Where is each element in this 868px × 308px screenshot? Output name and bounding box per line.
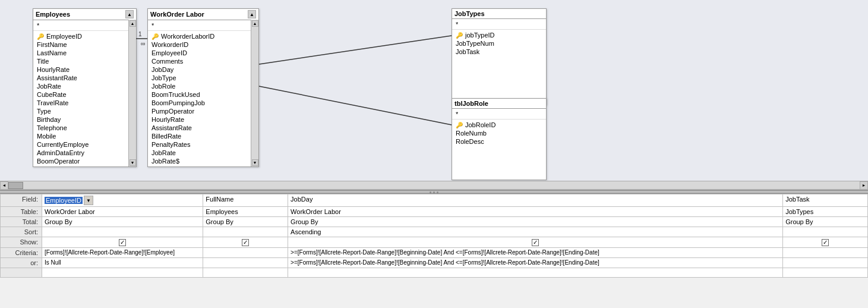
grid-total-groupby3[interactable]: Group By (288, 217, 783, 227)
workorder-ref: WorkOrder Labor (45, 208, 95, 215)
workorder-field-billedrate: BilledRate (148, 132, 258, 140)
grid-criteria-4[interactable] (783, 247, 868, 257)
jobtypes-field-typenum: JobTypeNum (452, 39, 546, 48)
workorder-vscroll[interactable]: ▲ ▼ (251, 20, 258, 166)
employees-field-cuberate: CubeRate (33, 90, 136, 99)
grid-show-3[interactable] (288, 237, 783, 248)
workorder-field-assistantrate: AssistantRate (148, 124, 258, 132)
grid-criteria-1[interactable]: [Forms]![Allcrete-Report-Date-Range]![Em… (42, 247, 203, 257)
tbljobrole-body: * 🔑 JobRoleID RoleNumb RoleDesc (452, 109, 546, 180)
jobtypes-asterisk: * (452, 20, 546, 30)
employees-scroll-up[interactable]: ▲ (125, 10, 134, 18)
grid-empty1-3[interactable] (288, 268, 783, 277)
employees-field-telephone: Telephone (33, 124, 136, 132)
grid-row-show: Show: (1, 237, 868, 248)
grid-show-1[interactable] (42, 237, 203, 248)
grid-table-jobtypes[interactable]: JobTypes (783, 207, 868, 217)
employeeid-dropdown: EmployeeID ▼ (45, 196, 200, 205)
employees-field-firstname: FirstName (33, 40, 136, 49)
grid-or-1[interactable]: Is Null (42, 257, 203, 268)
grid-table-employees[interactable]: Employees (203, 207, 288, 217)
checkbox-show-1[interactable] (119, 239, 126, 246)
jobtypes-field-jobtask: JobTask (452, 48, 546, 56)
grid-criteria-3[interactable]: >=[Forms]![Allcrete-Report-Date-Range]![… (288, 247, 783, 257)
workorder-field-laborid: 🔑 WorkorderLaborID (148, 32, 258, 40)
show-label: Show: (1, 237, 42, 248)
employees-field-jobrate: JobRate (33, 82, 136, 90)
jobtypes-title: JobTypes (454, 10, 485, 17)
workorder-field-pumpoperator: PumpOperator (148, 107, 258, 115)
grid-empty1-1[interactable] (42, 268, 203, 277)
grid-sort-4[interactable] (783, 227, 868, 237)
workorder-field-jobrate: JobRate (148, 149, 258, 157)
grid-field-employeeid[interactable]: EmployeeID ▼ (42, 194, 203, 207)
employees-field-currentlyemploye: CurrentlyEmploye (33, 140, 136, 149)
hscroll-right-btn[interactable]: ► (860, 181, 868, 190)
grid-table-workorder2[interactable]: WorkOrder Labor (288, 207, 783, 217)
jobtypes-body: * 🔑 jobTypeID JobTypeNum JobTask (452, 19, 546, 105)
hscroll-left-btn[interactable]: ◄ (0, 181, 8, 190)
grid-or-4[interactable] (783, 257, 868, 268)
jobtypes-ref: JobTypes (785, 208, 813, 215)
workorder-scroll-up-btn[interactable]: ▲ (252, 20, 258, 27)
employees-field-birthday: Birthday (33, 115, 136, 124)
hscroll-thumb[interactable] (8, 182, 23, 189)
grid-field-jobday[interactable]: JobDay (288, 194, 783, 207)
grid-or-3[interactable]: >=[Forms]![Allcrete-Report-Date-Range]![… (288, 257, 783, 268)
key-icon-laborid: 🔑 (151, 33, 159, 40)
grid-field-jobtask[interactable]: JobTask (783, 194, 868, 207)
workorder-field-jobday: JobDay (148, 65, 258, 74)
employees-field-assistantrate: AssistantRate (33, 74, 136, 82)
grid-or-2[interactable] (203, 257, 288, 268)
employees-scroll-up-btn[interactable]: ▲ (130, 20, 136, 27)
workorder-scroll-up[interactable]: ▲ (248, 10, 256, 18)
grid-table-workorder[interactable]: WorkOrder Labor (42, 207, 203, 217)
checkbox-show-2[interactable] (242, 239, 249, 246)
svg-line-3 (259, 36, 452, 64)
workorder-field-jobtype: JobType (148, 74, 258, 82)
grid-area: Field: EmployeeID ▼ FullName JobDay (0, 194, 868, 308)
diagram-hscroll[interactable]: ◄ ► (0, 181, 868, 189)
employees-ref: Employees (206, 208, 238, 215)
tbljobrole-field-rolenumb: RoleNumb (452, 129, 546, 137)
grid-sort-3[interactable]: Ascending (288, 227, 783, 237)
total-label: Total: (1, 217, 42, 227)
workorder-scroll-down-btn[interactable]: ▼ (252, 159, 258, 166)
jobtypes-field-typeid: 🔑 jobTypeID (452, 31, 546, 39)
criteria-1-text: [Forms]![Allcrete-Report-Date-Range]![Em… (45, 249, 175, 256)
grid-empty1-2[interactable] (203, 268, 288, 277)
grid-sort-2[interactable] (203, 227, 288, 237)
tbljobrole-asterisk: * (452, 110, 546, 120)
workorder-field-employeeid: EmployeeID (148, 49, 258, 57)
employeeid-dropdown-arrow[interactable]: ▼ (84, 196, 93, 205)
grid-show-4[interactable] (783, 237, 868, 248)
checkbox-show-4[interactable] (822, 239, 829, 246)
grid-show-2[interactable] (203, 237, 288, 248)
grid-criteria-2[interactable] (203, 247, 288, 257)
grid-total-groupby4[interactable]: Group By (783, 217, 868, 227)
tbljobrole-table: tblJobRole * 🔑 JobRoleID RoleNumb RoleDe… (452, 98, 547, 180)
svg-text:∞: ∞ (141, 40, 146, 47)
grid-sort-1[interactable] (42, 227, 203, 237)
employees-scroll-down-btn[interactable]: ▼ (130, 159, 136, 166)
employees-vscroll[interactable]: ▲ ▼ (128, 20, 136, 166)
grid-row-or: or: Is Null >=[Forms]![Allcrete-Report-D… (1, 257, 868, 268)
tbljobrole-field-roledesc: RoleDesc (452, 137, 546, 146)
employees-asterisk: * (33, 21, 136, 31)
key-icon-employeeid: 🔑 (37, 33, 44, 40)
grid-row-table: Table: WorkOrder Labor Employees WorkOrd… (1, 207, 868, 217)
key-icon-roleid: 🔑 (456, 122, 463, 128)
grid-total-groupby1[interactable]: Group By (42, 217, 203, 227)
jobtypes-table: JobTypes * 🔑 jobTypeID JobTypeNum JobTas… (452, 8, 547, 105)
workorder-field-boompumpingjob: BoomPumpingJob (148, 99, 258, 107)
grid-empty1-4[interactable] (783, 268, 868, 277)
grid-total-groupby2[interactable]: Group By (203, 217, 288, 227)
field-label: Field: (1, 194, 42, 207)
employees-field-employeeid: 🔑 EmployeeID (33, 32, 136, 40)
employees-field-lastname: LastName (33, 49, 136, 57)
workorder-asterisk: * (148, 21, 258, 31)
checkbox-show-3[interactable] (532, 239, 539, 246)
splitter-dots (430, 191, 438, 193)
grid-field-fullname[interactable]: FullName (203, 194, 288, 207)
workorder-field-jobrate2: JobRate$ (148, 157, 258, 165)
